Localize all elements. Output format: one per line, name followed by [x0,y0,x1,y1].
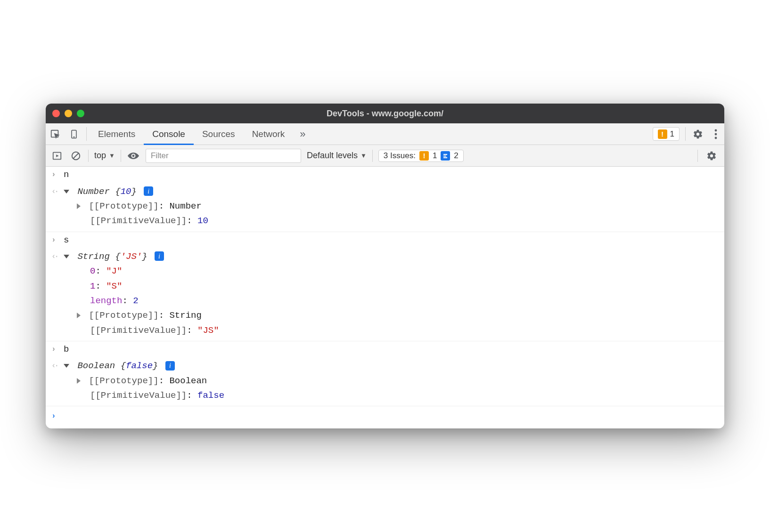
input-marker-icon [49,233,64,247]
console-entry: s String {'JS'} i 0: "J" 1: "S" len [46,232,724,341]
expand-toggle-icon[interactable] [77,203,81,209]
prototype-label: [[Prototype]] [89,310,158,321]
object-preview: 10 [121,186,131,197]
log-levels-selector[interactable]: Default levels ▼ [307,151,367,161]
console-entry: n Number {10} i [[Prototype]]: Number [[… [46,167,724,232]
tab-console[interactable]: Console [144,123,194,145]
filter-placeholder: Filter [151,151,169,161]
kebab-menu-icon[interactable] [707,123,724,145]
index-value: "J" [106,266,122,276]
filter-input[interactable]: Filter [146,149,301,163]
input-expression: b [64,342,719,357]
expand-toggle-icon[interactable] [64,255,69,258]
info-badge-icon[interactable]: i [165,361,175,371]
context-label: top [94,151,106,161]
devtools-window: DevTools - www.google.com/ Elements Cons… [46,104,724,428]
output-marker-icon [49,359,64,373]
primitive-value: "JS" [197,325,219,336]
index-value: "S" [106,281,122,291]
settings-icon[interactable] [688,123,707,145]
object-preview: 'JS' [121,251,142,262]
output-marker-icon [49,185,64,199]
primitive-value: 10 [197,216,208,226]
device-toggle-icon[interactable] [65,123,83,145]
object-class: Number [77,186,109,197]
input-marker-icon [49,342,64,356]
window-controls [52,110,84,117]
minimize-window-button[interactable] [65,110,72,117]
toolbar-separator [697,150,698,162]
expand-toggle-icon[interactable] [77,378,81,384]
context-selector[interactable]: top ▼ [94,151,115,161]
svg-rect-13 [443,157,447,158]
console-sidebar-toggle-icon[interactable] [50,149,64,162]
svg-rect-11 [443,154,447,155]
clear-console-icon[interactable] [69,149,82,162]
toolbar-separator [121,150,121,162]
prototype-value: Number [169,201,201,211]
toolbar-separator [372,150,373,162]
levels-label: Default levels [307,151,358,161]
svg-marker-7 [56,154,59,157]
svg-line-9 [74,153,79,158]
primitive-label: [[PrimitiveValue]] [90,216,187,226]
expand-toggle-icon[interactable] [64,364,69,368]
length-label: length [90,296,122,306]
chevron-down-icon: ▼ [109,152,115,159]
console-settings-icon[interactable] [704,149,720,162]
toolbar-separator [86,127,87,141]
console-output-row[interactable]: Number {10} i [[Prototype]]: Number [[Pr… [46,184,724,230]
close-window-button[interactable] [52,110,60,117]
console-input-row[interactable]: s [46,232,724,249]
input-marker-icon [49,168,64,182]
warnings-badge[interactable]: ! 1 [653,127,680,141]
output-marker-icon [49,250,64,264]
object-class: String [77,251,109,262]
input-expression: s [64,233,719,248]
svg-rect-12 [443,155,446,156]
tab-elements[interactable]: Elements [90,123,144,145]
primitive-label: [[PrimitiveValue]] [90,390,187,401]
issues-info-count: 2 [454,151,458,161]
maximize-window-button[interactable] [77,110,84,117]
console-output-row[interactable]: String {'JS'} i 0: "J" 1: "S" length: 2 … [46,249,724,339]
more-tabs-icon[interactable]: » [293,123,312,145]
main-tabstrip: Elements Console Sources Network » ! 1 [46,123,724,145]
tab-sources[interactable]: Sources [194,123,244,145]
length-value: 2 [133,296,138,306]
prompt-marker-icon [49,409,64,423]
toolbar-separator [685,127,686,141]
titlebar: DevTools - www.google.com/ [46,104,724,123]
object-preview: false [126,361,153,371]
console-toolbar: top ▼ Filter Default levels ▼ 3 Issues: … [46,145,724,167]
console-output-row[interactable]: Boolean {false} i [[Prototype]]: Boolean… [46,358,724,404]
primitive-label: [[PrimitiveValue]] [90,325,187,336]
object-class: Boolean [77,361,115,371]
expand-toggle-icon[interactable] [64,190,69,193]
live-expression-icon[interactable] [127,149,140,162]
console-entry: b Boolean {false} i [[Prototype]]: Boole… [46,341,724,406]
info-badge-icon[interactable]: i [144,186,153,196]
console-output: n Number {10} i [[Prototype]]: Number [[… [46,167,724,428]
inspect-element-icon[interactable] [46,123,65,145]
info-icon [441,151,450,161]
issues-badge[interactable]: 3 Issues: ! 1 2 [378,150,464,162]
prototype-label: [[Prototype]] [89,201,158,211]
index-key: 1 [90,281,95,291]
console-input-row[interactable]: n [46,167,724,183]
console-prompt[interactable] [46,406,724,428]
svg-point-5 [715,137,717,139]
primitive-value: false [197,390,224,401]
svg-point-4 [715,133,717,135]
warning-icon: ! [419,151,429,161]
issues-label: 3 Issues: [384,151,416,161]
prototype-value: Boolean [169,376,207,386]
console-input-row[interactable]: b [46,341,724,358]
expand-toggle-icon[interactable] [77,313,81,318]
tab-network[interactable]: Network [244,123,294,145]
prototype-value: String [169,310,201,321]
warning-icon: ! [658,129,667,139]
info-badge-icon[interactable]: i [155,251,164,261]
svg-point-3 [715,129,717,131]
prototype-label: [[Prototype]] [89,376,158,386]
